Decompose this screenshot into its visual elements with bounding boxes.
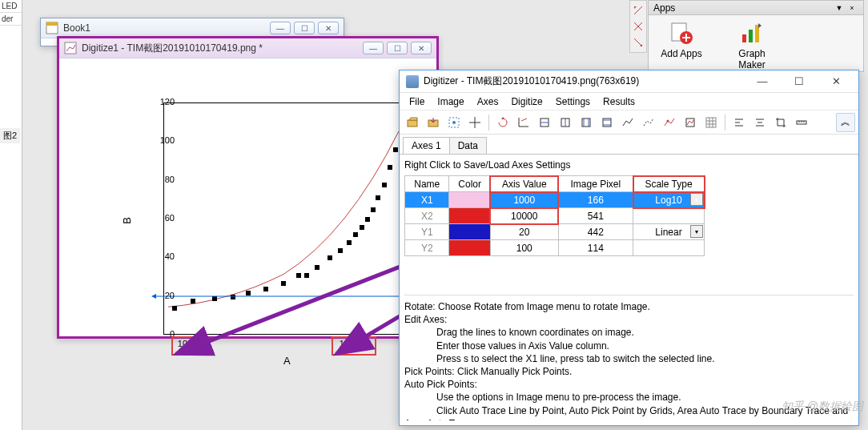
close-button[interactable]: ✕ <box>411 42 432 54</box>
menu-digitize[interactable]: Digitize <box>504 94 549 109</box>
left-panel-fragment: LED der <box>0 0 22 430</box>
line-pick-button[interactable] <box>618 113 637 132</box>
axis-x-button[interactable] <box>514 113 533 132</box>
cell-image-pixel[interactable]: 442 <box>558 224 633 240</box>
expand-button[interactable]: ︽ <box>836 113 855 132</box>
worksheet-icon <box>46 22 58 34</box>
table-row[interactable]: X210000541 <box>405 208 705 224</box>
axis-tick2-button[interactable] <box>556 113 575 132</box>
ruler-button[interactable] <box>792 113 811 132</box>
align-center-button[interactable] <box>750 113 770 132</box>
close-icon[interactable]: × <box>846 2 858 14</box>
align-left-button[interactable] <box>729 113 749 132</box>
graph-maker-item[interactable]: Graph Maker <box>724 20 780 70</box>
digitize-graph-window: Digitize1 - TIM截图20191010170419.png * — … <box>57 36 439 339</box>
table-row[interactable]: X11000166Log10▾ <box>405 192 705 208</box>
cell-axis-value[interactable]: 1000 <box>490 192 558 208</box>
col-image-pixel: Image Pixel <box>558 176 633 192</box>
col-color: Color <box>449 176 490 192</box>
graph-maker-icon <box>739 20 765 46</box>
instr-edit-h: Edit Axes: <box>404 313 854 326</box>
cell-color[interactable] <box>449 192 490 208</box>
cell-color[interactable] <box>449 224 490 240</box>
side-tool-3[interactable] <box>630 34 646 50</box>
table-row[interactable]: Y120442Linear▾ <box>405 224 705 240</box>
col-axis-value: Axis Value <box>490 176 558 192</box>
minimize-button[interactable]: — <box>363 42 384 54</box>
instr-edit1: Drag the lines to known coordinates on i… <box>436 326 854 339</box>
hint-text: Right Click to Save/Load Axes Settings <box>404 159 854 171</box>
svg-line-23 <box>521 119 527 121</box>
cell-scale-type[interactable] <box>633 208 705 224</box>
frag-text: LED <box>0 0 22 13</box>
svg-rect-2 <box>742 34 746 42</box>
svg-point-17 <box>452 121 456 124</box>
close-button[interactable]: ✕ <box>820 71 852 92</box>
crop-button[interactable] <box>771 113 790 132</box>
maximize-button[interactable]: ☐ <box>294 22 315 34</box>
close-button[interactable]: ✕ <box>318 22 339 34</box>
y-tick: 80 <box>152 175 175 184</box>
cell-image-pixel[interactable]: 541 <box>558 208 633 224</box>
dashed-pick-button[interactable] <box>639 113 658 132</box>
digitize-titlebar[interactable]: Digitize1 - TIM截图20191010170419.png * — … <box>59 38 436 58</box>
crosshair-button[interactable] <box>465 113 484 132</box>
menubar: FileImageAxesDigitizeSettingsResults <box>400 93 858 111</box>
cell-axis-value[interactable]: 10000 <box>490 208 558 224</box>
menu-settings[interactable]: Settings <box>549 94 597 109</box>
axis-tick4-button[interactable] <box>597 113 617 132</box>
cell-axis-value[interactable]: 100 <box>490 240 558 256</box>
menu-image[interactable]: Image <box>431 94 470 109</box>
grid-remove-button[interactable] <box>701 113 721 132</box>
cell-color[interactable] <box>449 208 490 224</box>
cell-scale-type[interactable]: Log10▾ <box>633 192 705 208</box>
menu-file[interactable]: File <box>403 94 431 109</box>
digitizer-titlebar[interactable]: Digitizer - TIM截图20191010170419.png(763x… <box>400 70 858 93</box>
side-tool-1[interactable] <box>630 2 646 18</box>
instr-edit2: Enter those values in Axis Value column. <box>436 340 854 352</box>
cell-axis-value[interactable]: 20 <box>490 224 558 240</box>
axis-tick1-button[interactable] <box>535 113 554 132</box>
menu-axes[interactable]: Axes <box>471 94 505 109</box>
maximize-button[interactable]: ☐ <box>387 42 408 54</box>
cell-image-pixel[interactable]: 166 <box>558 192 633 208</box>
digitizer-app-window: Digitizer - TIM截图20191010170419.png(763x… <box>399 70 859 426</box>
svg-point-34 <box>667 119 669 122</box>
cell-name: Y2 <box>405 240 449 256</box>
svg-rect-3 <box>749 30 753 42</box>
digitizer-title: Digitizer - TIM截图20191010170419.png(763x… <box>424 74 741 88</box>
minimize-button[interactable]: — <box>270 22 291 34</box>
cell-name: Y1 <box>405 224 449 240</box>
instr-auto3: Area Auto Trace. <box>404 417 854 420</box>
rotate-button[interactable] <box>493 113 512 132</box>
import-button[interactable] <box>424 113 443 132</box>
toolbar: ︽ <box>400 111 858 135</box>
axis-tick3-button[interactable] <box>577 113 596 132</box>
tab-data[interactable]: Data <box>449 137 487 154</box>
cell-image-pixel[interactable]: 114 <box>558 240 633 256</box>
area-select-button[interactable] <box>444 113 464 132</box>
watermark: 知乎 @数据绘图 <box>782 400 863 414</box>
side-tool-2[interactable] <box>630 18 646 34</box>
open-button[interactable] <box>403 113 422 132</box>
minimize-button[interactable]: — <box>746 71 778 92</box>
book1-title: Book1 <box>63 22 265 34</box>
trace-button[interactable] <box>660 113 679 132</box>
apps-header: Apps ▼ × <box>649 1 863 15</box>
col-name: Name <box>405 176 449 192</box>
area-trace-button[interactable] <box>681 113 700 132</box>
digitizer-icon <box>406 75 419 88</box>
dropdown-icon[interactable]: ▾ <box>690 193 703 206</box>
cell-name: X1 <box>405 192 449 208</box>
add-apps-item[interactable]: Add Apps <box>653 20 709 70</box>
tab-label[interactable]: 图2 <box>0 128 20 143</box>
pin-icon[interactable]: ▼ <box>833 2 846 14</box>
tab-axes-1[interactable]: Axes 1 <box>403 137 450 154</box>
dropdown-icon[interactable]: ▾ <box>690 225 703 238</box>
maximize-button[interactable]: ☐ <box>783 71 815 92</box>
cell-color[interactable] <box>449 240 490 256</box>
cell-scale-type[interactable] <box>633 240 705 256</box>
cell-scale-type[interactable]: Linear▾ <box>633 224 705 240</box>
menu-results[interactable]: Results <box>597 94 641 109</box>
table-row[interactable]: Y2100114 <box>405 240 705 256</box>
